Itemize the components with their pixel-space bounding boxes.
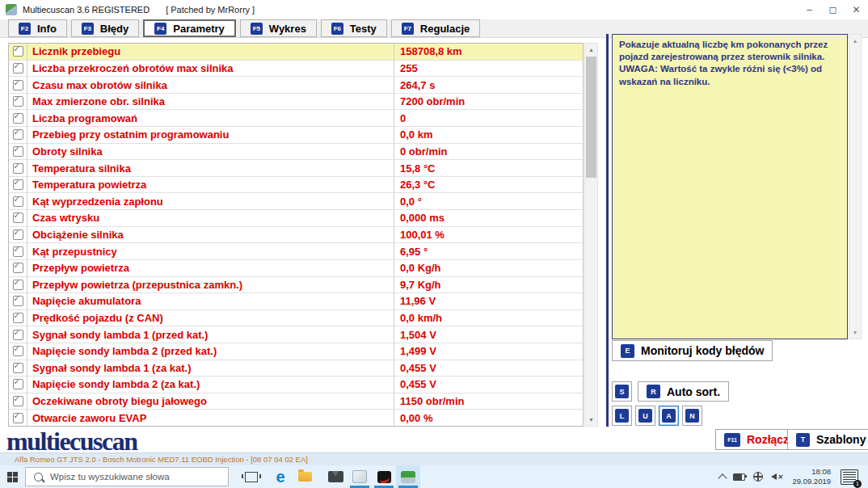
taskbar-clock[interactable]: 18:08 29.09.2019 bbox=[792, 467, 831, 487]
start-button[interactable] bbox=[0, 465, 25, 488]
file-explorer-button[interactable] bbox=[293, 465, 317, 488]
row-checkbox[interactable] bbox=[13, 379, 23, 389]
battery-icon[interactable] bbox=[733, 473, 745, 481]
parameter-value: 7200 obr/min bbox=[394, 94, 583, 110]
parameter-row[interactable]: Temperatura silnika15,8 °C bbox=[9, 160, 583, 177]
row-checkbox[interactable] bbox=[13, 96, 23, 107]
parameter-row[interactable]: Liczba przekroczeń obrotów max silnika25… bbox=[9, 61, 583, 78]
info-scrollbar[interactable]: ▲ ▼ bbox=[849, 34, 862, 339]
parameter-row[interactable]: Sygnał sondy lambda 1 (przed kat.)1,504 … bbox=[9, 326, 583, 343]
row-checkbox[interactable] bbox=[13, 212, 23, 223]
row-checkbox[interactable] bbox=[13, 129, 23, 140]
tab-label: Wykres bbox=[269, 23, 306, 35]
parameter-row[interactable]: Oczekiwane obroty biegu jałowego1150 obr… bbox=[9, 393, 583, 410]
tab-f6[interactable]: F6Testy bbox=[321, 19, 387, 37]
row-checkbox[interactable] bbox=[13, 296, 23, 306]
row-checkbox[interactable] bbox=[13, 80, 23, 90]
action-center-icon[interactable]: 1 bbox=[841, 469, 858, 485]
table-scrollbar[interactable]: ▲ ▼ bbox=[584, 43, 598, 427]
row-checkbox[interactable] bbox=[13, 346, 23, 356]
row-checkbox[interactable] bbox=[13, 280, 23, 290]
row-checkbox[interactable] bbox=[13, 113, 23, 124]
parameter-row[interactable]: Napięcie sondy lambda 2 (za kat.)0,455 V bbox=[9, 377, 583, 393]
disconnect-button[interactable]: F11 Rozłącz bbox=[715, 429, 798, 450]
row-checkbox[interactable] bbox=[13, 146, 23, 157]
sort-s-button[interactable]: S bbox=[612, 381, 632, 402]
parameter-name: Przepływ powietrza bbox=[27, 260, 394, 276]
parameter-row[interactable]: Temperatura powietrza26,3 °C bbox=[9, 177, 583, 194]
parameter-name: Sygnał sondy lambda 1 (przed kat.) bbox=[27, 326, 394, 343]
parameter-row[interactable]: Prędkość pojazdu (z CAN)0,0 km/h bbox=[9, 310, 583, 327]
mail-button[interactable] bbox=[323, 465, 348, 488]
row-checkbox[interactable] bbox=[13, 179, 23, 190]
row-checkbox[interactable] bbox=[13, 46, 23, 57]
parameter-row[interactable]: Kąt wyprzedzenia zapłonu0,0 ° bbox=[9, 193, 583, 210]
hotkey-f11-badge: F11 bbox=[724, 433, 740, 447]
scroll-up-icon[interactable]: ▲ bbox=[849, 35, 861, 47]
parameter-row[interactable]: Przepływ powietrza0,0 Kg/h bbox=[9, 260, 583, 277]
row-checkbox[interactable] bbox=[13, 313, 23, 323]
parameter-row[interactable]: Kąt przepustnicy6,95 ° bbox=[9, 243, 583, 260]
parameter-row[interactable]: Napięcie akumulatora11,96 V bbox=[9, 293, 583, 310]
parameter-row[interactable]: Max zmierzone obr. silnika7200 obr/min bbox=[9, 94, 583, 111]
maximize-button[interactable]: ◻ bbox=[821, 0, 845, 19]
sort-l-button[interactable]: L bbox=[612, 406, 632, 426]
volume-muted-icon[interactable]: ✕ bbox=[771, 473, 783, 481]
row-checkbox[interactable] bbox=[13, 363, 23, 373]
sort-a-button[interactable]: A bbox=[659, 406, 679, 426]
scroll-down-icon[interactable]: ▼ bbox=[585, 414, 597, 426]
parameter-row[interactable]: Przepływ powietrza (przepustnica zamkn.)… bbox=[9, 277, 583, 294]
sort-u-button[interactable]: U bbox=[635, 406, 655, 426]
parameter-row[interactable]: Napięcie sondy lambda 2 (przed kat.)1,49… bbox=[9, 343, 583, 360]
row-checkbox[interactable] bbox=[13, 246, 23, 257]
row-checkbox[interactable] bbox=[13, 330, 23, 340]
row-checkbox[interactable] bbox=[13, 229, 23, 240]
parameter-row[interactable]: Przebieg przy ostatnim programowaniu0,0 … bbox=[9, 127, 583, 144]
scroll-up-icon[interactable]: ▲ bbox=[585, 44, 597, 56]
hidden-icons-chevron-icon[interactable] bbox=[718, 473, 727, 482]
row-checkbox[interactable] bbox=[13, 263, 23, 273]
parameter-value: 255 bbox=[394, 61, 583, 77]
diagnostic-app-button[interactable] bbox=[372, 465, 396, 488]
parameter-name: Przebieg przy ostatnim programowaniu bbox=[27, 127, 394, 143]
scrollbar-thumb[interactable] bbox=[586, 57, 596, 178]
parameter-row[interactable]: Czas wtrysku0,000 ms bbox=[9, 210, 583, 227]
row-checkbox[interactable] bbox=[13, 163, 23, 174]
row-checkbox[interactable] bbox=[13, 196, 23, 207]
parameter-row[interactable]: Obroty silnika0 obr/min bbox=[9, 144, 583, 161]
monitor-error-codes-button[interactable]: E Monitoruj kody błędów bbox=[612, 340, 773, 361]
tab-f2[interactable]: F2Info bbox=[8, 19, 67, 37]
multiecuscan-taskbar-button[interactable] bbox=[396, 465, 420, 488]
checkbox-cell bbox=[9, 260, 27, 276]
edge-button[interactable]: e bbox=[268, 465, 293, 488]
notes-app-button[interactable] bbox=[348, 465, 372, 488]
auto-sort-button[interactable]: R Auto sort. bbox=[638, 381, 729, 402]
parameter-row[interactable]: Otwarcie zaworu EVAP0,00 % bbox=[9, 410, 583, 426]
parameter-name: Kąt przepustnicy bbox=[27, 243, 394, 259]
row-checkbox[interactable] bbox=[13, 413, 23, 423]
parameter-row[interactable]: Liczba programowań0 bbox=[9, 110, 583, 127]
row-checkbox[interactable] bbox=[13, 63, 23, 74]
tab-f5[interactable]: F5Wykres bbox=[240, 19, 317, 37]
search-placeholder: Wpisz tu wyszukiwane słowa bbox=[50, 472, 170, 482]
parameter-name: Otwarcie zaworu EVAP bbox=[27, 410, 394, 426]
row-checkbox[interactable] bbox=[13, 396, 23, 406]
scroll-down-icon[interactable]: ▼ bbox=[849, 326, 861, 339]
tab-f4[interactable]: F4Parametry bbox=[143, 19, 236, 37]
parameter-info-box: Pokazuje aktualną liczbę km pokonanych p… bbox=[612, 34, 848, 339]
taskbar-search-input[interactable]: Wpisz tu wyszukiwane słowa bbox=[25, 467, 229, 486]
minimize-button[interactable]: – bbox=[798, 0, 821, 19]
notes-app-icon bbox=[352, 470, 367, 483]
parameter-row[interactable]: Licznik przebiegu158708,8 km bbox=[9, 44, 583, 61]
diagnostic-app-icon bbox=[377, 471, 391, 483]
network-icon[interactable] bbox=[753, 472, 763, 482]
sort-n-button[interactable]: N bbox=[682, 406, 702, 426]
task-view-button[interactable] bbox=[239, 465, 263, 488]
parameter-row[interactable]: Czasu max obrotów silnika264,7 s bbox=[9, 77, 583, 94]
templates-button[interactable]: T Szablony bbox=[787, 429, 868, 450]
tab-f3[interactable]: F3Błędy bbox=[71, 19, 139, 37]
tab-f7[interactable]: F7Regulacje bbox=[391, 19, 480, 37]
parameter-row[interactable]: Sygnał sondy lambda 1 (za kat.)0,455 V bbox=[9, 360, 583, 377]
close-button[interactable]: ✕ bbox=[845, 0, 868, 19]
parameter-row[interactable]: Obciążenie silnika100,01 % bbox=[9, 227, 583, 244]
